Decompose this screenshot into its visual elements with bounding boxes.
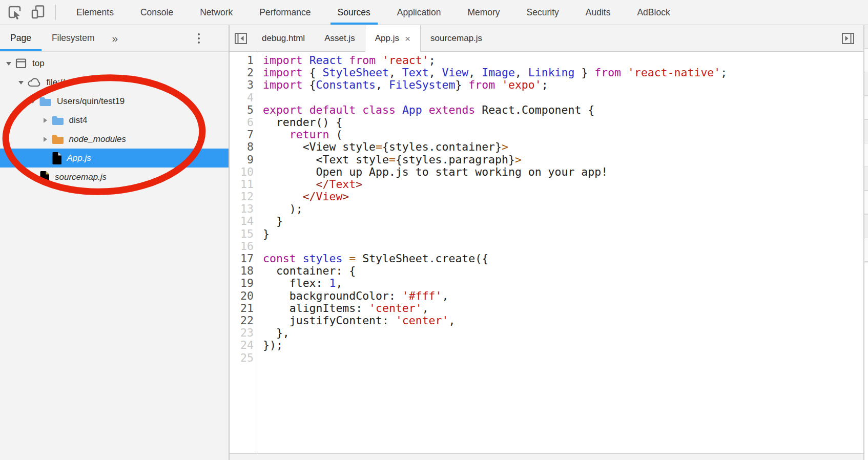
tab-page[interactable]: Page [0,25,42,51]
code-line[interactable]: <Text style={styles.paragraph}> [263,154,863,166]
tree-item-users-quin-test19[interactable]: Users/quin/test19 [0,92,229,111]
line-number[interactable]: 15 [230,228,254,240]
code-line[interactable]: }, [263,327,863,339]
code-line[interactable]: </Text> [263,178,863,191]
more-tabs-icon[interactable]: » [105,32,126,45]
line-number[interactable]: 5 [230,104,254,116]
editor-tab-debug-html[interactable]: debug.html [252,25,315,51]
tree-item-label: dist4 [69,115,88,126]
line-number[interactable]: 6 [230,116,254,129]
line-number[interactable]: 12 [230,191,254,203]
editor-tab-asset-js[interactable]: Asset.js [315,25,365,51]
cloud-icon [27,76,42,89]
code-line[interactable]: flex: 1, [263,277,863,289]
code-line[interactable]: } [263,215,863,227]
panel-tab-audits[interactable]: Audits [572,0,624,25]
code-line[interactable]: backgroundColor: '#fff', [263,290,863,302]
tree-item-label: App.js [67,153,91,163]
tree-item-top[interactable]: top [0,54,229,73]
panel-tab-elements[interactable]: Elements [63,0,127,25]
line-number[interactable]: 16 [230,240,254,253]
navigator-header: Page Filesystem » [0,25,229,52]
device-toolbar-icon[interactable] [30,4,47,21]
tree-item-dist4[interactable]: dist4 [0,111,229,130]
inspect-icon[interactable] [6,4,24,21]
tree-item-sourcemap-js[interactable]: sourcemap.js [0,168,229,186]
line-number[interactable]: 9 [230,154,254,166]
line-number[interactable]: 10 [230,166,254,178]
code-line[interactable] [263,240,863,253]
line-number[interactable]: 13 [230,203,254,215]
code-line[interactable]: import React from 'react'; [263,54,863,67]
tree-item-node-modules[interactable]: node_modules [0,130,229,149]
show-drawer-icon[interactable] [837,25,859,51]
line-number[interactable]: 7 [230,129,254,141]
line-number[interactable]: 4 [230,92,254,104]
line-number[interactable]: 14 [230,215,254,227]
code-line[interactable]: const styles = StyleSheet.create({ [263,253,863,265]
code-line[interactable]: <View style={styles.container}> [263,141,863,153]
tab-strip-spacer [492,25,837,51]
panel-tab-security[interactable]: Security [513,0,572,25]
line-number[interactable]: 22 [230,315,254,327]
line-number[interactable]: 18 [230,265,254,277]
code-line[interactable]: </View> [263,191,863,203]
editor-status-strip [230,453,863,460]
code-line[interactable]: justifyContent: 'center', [263,315,863,327]
line-number[interactable]: 19 [230,277,254,289]
line-number[interactable]: 25 [230,352,254,364]
tab-filesystem[interactable]: Filesystem [42,25,105,51]
line-number[interactable]: 17 [230,253,254,265]
code-line[interactable] [263,92,863,104]
expander-down-icon[interactable] [3,60,14,67]
code-line[interactable]: return ( [263,129,863,141]
code-line[interactable]: import {Constants, FileSystem} from 'exp… [263,79,863,91]
tree-item-label: sourcemap.js [55,172,107,182]
code-line[interactable]: ); [263,203,863,215]
code-line[interactable]: alignItems: 'center', [263,302,863,315]
expander-down-icon[interactable] [15,79,27,86]
line-number[interactable]: 24 [230,339,254,351]
line-number[interactable]: 23 [230,327,254,339]
tree-item-file[interactable]: file:// [0,73,229,92]
editor-tabs: debug.htmlAsset.jsApp.js×sourcemap.js [252,25,492,51]
expander-right-icon[interactable] [39,136,51,143]
code-line[interactable]: } [263,228,863,240]
line-number[interactable]: 11 [230,178,254,191]
code-content: import React from 'react';import { Style… [258,52,863,453]
panel-tab-sources[interactable]: Sources [324,0,384,25]
kebab-menu-icon[interactable] [195,30,203,47]
panel-tab-performance[interactable]: Performance [246,0,324,25]
code-line[interactable]: }); [263,339,863,351]
line-number[interactable]: 8 [230,141,254,153]
panel-tab-network[interactable]: Network [187,0,246,25]
close-tab-icon[interactable]: × [405,34,410,44]
code-line[interactable]: export default class App extends React.C… [263,104,863,116]
line-number[interactable]: 2 [230,67,254,79]
expander-right-icon[interactable] [39,117,51,124]
line-number[interactable]: 1 [230,54,254,67]
line-number[interactable]: 20 [230,290,254,302]
panel-tab-application[interactable]: Application [384,0,454,25]
hide-navigator-icon[interactable] [230,25,252,51]
expander-down-icon[interactable] [27,98,38,105]
panel-tab-console[interactable]: Console [127,0,187,25]
code-line[interactable]: render() { [263,116,863,129]
line-number[interactable]: 21 [230,302,254,315]
code-line[interactable]: import { StyleSheet, Text, View, Image, … [263,67,863,79]
tree-item-label: node_modules [69,134,127,144]
tree-item-app-js[interactable]: App.js [0,149,229,168]
editor-tab-app-js[interactable]: App.js× [365,25,421,52]
panel-tab-memory[interactable]: Memory [454,0,513,25]
code-line[interactable] [263,352,863,364]
code-line[interactable]: Open up App.js to start working on your … [263,166,863,178]
folder-blue-icon [51,114,65,127]
panel-tab-adblock[interactable]: AdBlock [624,0,683,25]
editor-area: debug.htmlAsset.jsApp.js×sourcemap.js 12… [230,25,863,460]
tree-item-label: file:// [47,77,65,88]
folder-blue-icon [38,95,52,108]
editor-tab-sourcemap-js[interactable]: sourcemap.js [421,25,492,51]
tree-item-label: Users/quin/test19 [57,96,125,107]
line-number[interactable]: 3 [230,79,254,91]
code-line[interactable]: container: { [263,265,863,277]
